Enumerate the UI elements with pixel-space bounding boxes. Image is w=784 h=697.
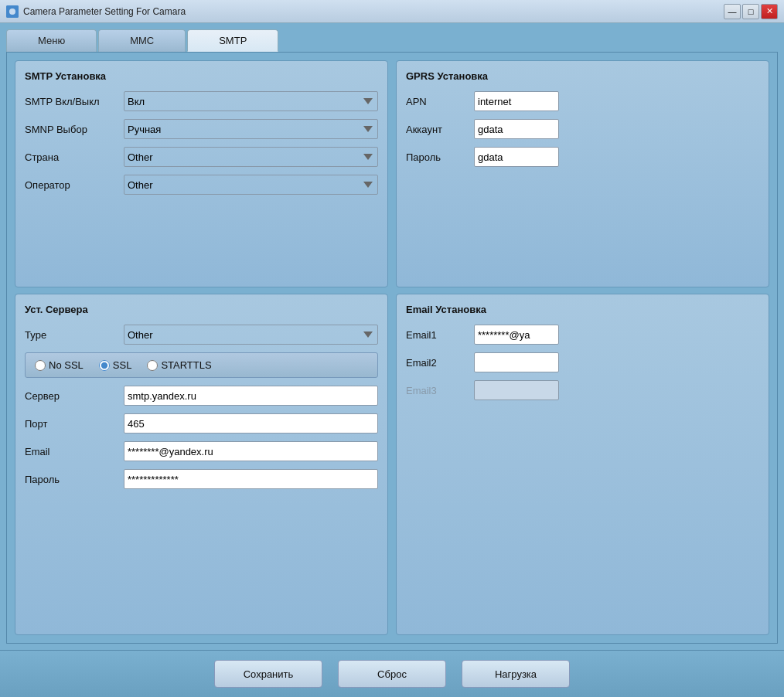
server-password-input[interactable] xyxy=(124,469,378,489)
tab-menu[interactable]: Меню xyxy=(6,29,97,52)
svg-point-1 xyxy=(9,8,15,15)
server-panel: Уст. Сервера Type Other Gmail Yahoo xyxy=(15,294,388,635)
server-password-label: Пароль xyxy=(25,474,118,485)
email1-input[interactable] xyxy=(474,325,559,345)
apn-input[interactable] xyxy=(474,91,559,111)
tab-mmc[interactable]: MMC xyxy=(98,29,186,52)
account-row: Аккаунт xyxy=(406,119,759,139)
email-panel-title: Email Установка xyxy=(406,304,759,315)
account-label: Аккаунт xyxy=(406,124,468,135)
server-port-label: Порт xyxy=(25,418,118,430)
email3-label: Email3 xyxy=(406,385,468,396)
server-host-input[interactable] xyxy=(124,386,378,406)
account-input[interactable] xyxy=(474,119,559,139)
smnp-choice-label: SMNP Выбор xyxy=(25,124,118,135)
email2-row: Email2 xyxy=(406,352,759,372)
operator-row: Оператор Other xyxy=(25,175,378,195)
country-row: Страна Other xyxy=(25,147,378,167)
country-select[interactable]: Other xyxy=(124,147,378,167)
starttls-label: STARTTLS xyxy=(161,359,211,371)
title-bar: Camera Parameter Setting For Camara — □ … xyxy=(0,0,784,23)
server-type-row: Type Other Gmail Yahoo xyxy=(25,325,378,345)
load-button[interactable]: Нагрузка xyxy=(462,660,570,688)
ssl-label: SSL xyxy=(113,359,132,371)
save-button[interactable]: Сохранить xyxy=(214,660,322,688)
server-email-row: Email xyxy=(25,441,378,461)
email2-input[interactable] xyxy=(474,352,559,372)
operator-select[interactable]: Other xyxy=(124,175,378,195)
tab-smtp[interactable]: SMTP xyxy=(187,29,278,52)
maximize-button[interactable]: □ xyxy=(742,4,759,19)
ssl-radio-group: No SSL SSL STARTTLS xyxy=(25,352,378,378)
close-button[interactable]: ✕ xyxy=(761,4,778,19)
operator-label: Оператор xyxy=(25,179,118,191)
server-password-row: Пароль xyxy=(25,469,378,489)
email1-row: Email1 xyxy=(406,325,759,345)
starttls-radio[interactable] xyxy=(147,360,158,371)
country-label: Страна xyxy=(25,151,118,163)
apn-row: APN xyxy=(406,91,759,111)
server-port-row: Порт xyxy=(25,413,378,434)
server-host-label: Сервер xyxy=(25,390,118,402)
server-email-label: Email xyxy=(25,446,118,457)
window-title: Camera Parameter Setting For Camara xyxy=(23,6,724,17)
smtp-enable-select[interactable]: Вкл Выкл xyxy=(124,91,378,111)
email2-label: Email2 xyxy=(406,357,468,369)
ssl-radio[interactable] xyxy=(99,360,110,371)
smtp-panel: SMTP Установка SMTP Вкл/Выкл Вкл Выкл SM… xyxy=(15,60,388,287)
server-email-input[interactable] xyxy=(124,441,378,461)
bottom-bar: Сохранить Сброс Нагрузка xyxy=(0,650,784,697)
bottom-panels: Уст. Сервера Type Other Gmail Yahoo xyxy=(15,294,769,635)
server-port-input[interactable] xyxy=(124,413,378,434)
gprs-panel: GPRS Установка APN Аккаунт Пароль xyxy=(396,60,769,287)
smtp-panel-title: SMTP Установка xyxy=(25,70,378,82)
no-ssl-radio[interactable] xyxy=(35,360,46,371)
server-host-row: Сервер xyxy=(25,386,378,406)
email3-input xyxy=(474,380,559,400)
gprs-password-row: Пароль xyxy=(406,147,759,167)
smtp-enable-label: SMTP Вкл/Выкл xyxy=(25,96,118,107)
no-ssl-label: No SSL xyxy=(49,359,84,371)
gprs-password-input[interactable] xyxy=(474,147,559,167)
smnp-choice-select[interactable]: Ручная Авто xyxy=(124,119,378,139)
content-area: SMTP Установка SMTP Вкл/Выкл Вкл Выкл SM… xyxy=(0,52,784,650)
server-type-select[interactable]: Other Gmail Yahoo xyxy=(124,325,378,345)
email-panel: Email Установка Email1 Email2 Email3 xyxy=(396,294,769,635)
ssl-option[interactable]: SSL xyxy=(99,359,132,371)
gprs-password-label: Пароль xyxy=(406,151,468,163)
tab-bar: Меню MMC SMTP xyxy=(0,23,784,52)
starttls-option[interactable]: STARTTLS xyxy=(147,359,211,371)
apn-label: APN xyxy=(406,96,468,107)
smnp-choice-row: SMNP Выбор Ручная Авто xyxy=(25,119,378,139)
server-type-label: Type xyxy=(25,329,118,341)
server-panel-title: Уст. Сервера xyxy=(25,304,378,315)
email1-label: Email1 xyxy=(406,329,468,341)
minimize-button[interactable]: — xyxy=(724,4,741,19)
email3-row: Email3 xyxy=(406,380,759,400)
smtp-enable-row: SMTP Вкл/Выкл Вкл Выкл xyxy=(25,91,378,111)
top-panels: SMTP Установка SMTP Вкл/Выкл Вкл Выкл SM… xyxy=(15,60,769,287)
gprs-panel-title: GPRS Установка xyxy=(406,70,759,82)
reset-button[interactable]: Сброс xyxy=(338,660,446,688)
app-icon xyxy=(6,5,19,18)
no-ssl-option[interactable]: No SSL xyxy=(35,359,84,371)
main-window: Меню MMC SMTP SMTP Установка SMTP Вкл/Вы… xyxy=(0,23,784,697)
smtp-tab-content: SMTP Установка SMTP Вкл/Выкл Вкл Выкл SM… xyxy=(6,52,778,644)
window-controls: — □ ✕ xyxy=(724,4,778,19)
